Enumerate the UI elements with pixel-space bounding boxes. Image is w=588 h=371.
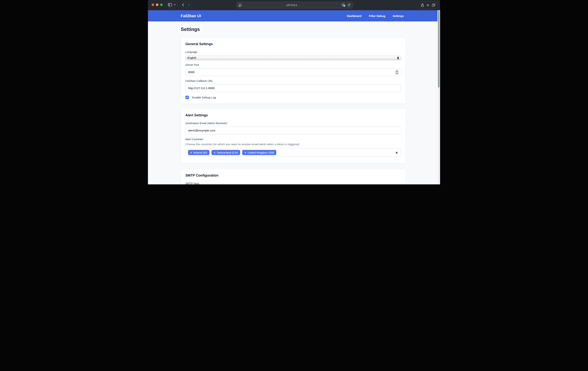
chevron-down-icon[interactable]: [174, 4, 176, 5]
callback-url-input[interactable]: [185, 84, 401, 92]
country-tag-label: Switzerland (CH): [217, 151, 238, 154]
language-select-value: English: [188, 56, 196, 59]
remove-tag-icon[interactable]: ×: [214, 151, 215, 154]
nav-link-settings[interactable]: Settings: [393, 14, 404, 18]
page-title: Settings: [181, 26, 440, 32]
alert-countries-help: Choose the countries for which you want …: [185, 143, 401, 146]
destination-email-label: Destination Email (Alerts Receiver): [185, 122, 401, 125]
callback-url-label: Fail2ban Callback URL: [185, 79, 401, 82]
window-actions-group: [418, 1, 438, 9]
language-label: Language: [185, 51, 401, 54]
alert-countries-label: Alert Countries: [185, 138, 401, 141]
nav-links: Dashboard Filter Debug Settings: [347, 14, 404, 18]
select-arrows-icon: [397, 56, 399, 60]
page-settings-icon[interactable]: [239, 4, 242, 7]
zoom-window-button[interactable]: [160, 3, 163, 6]
close-window-button[interactable]: [152, 3, 154, 6]
country-tag[interactable]: ×Switzerland (CH): [211, 150, 240, 155]
country-tag-label: United Kingdom (GB): [248, 151, 274, 154]
scrollbar-track[interactable]: [438, 10, 440, 184]
minimize-window-button[interactable]: [156, 3, 158, 6]
country-tag[interactable]: ×United Kingdom (GB): [242, 150, 276, 155]
remove-tag-icon[interactable]: ×: [244, 151, 246, 154]
alert-settings-title: Alert Settings: [185, 113, 401, 117]
server-port-input[interactable]: [185, 68, 401, 76]
country-tag-label: Ireland (IE): [193, 151, 207, 154]
app-brand[interactable]: Fail2ban UI: [181, 14, 201, 18]
general-settings-title: General Settings: [185, 42, 401, 46]
address-bar-actions: A x: [342, 3, 350, 7]
country-tags: ×Ireland (IE)×Switzerland (CH)×United Ki…: [188, 150, 276, 155]
address-bar[interactable]: 127.0.0.1 A x: [236, 2, 353, 9]
debug-log-row: Enable Debug Log: [185, 96, 401, 99]
nav-link-dashboard[interactable]: Dashboard: [347, 14, 361, 18]
smtp-host-label: SMTP Host: [185, 182, 401, 184]
translate-icon[interactable]: A x: [342, 3, 345, 7]
nav-link-filter-debug[interactable]: Filter Debug: [369, 14, 385, 18]
browser-chrome: 127.0.0.1 A x: [148, 0, 440, 10]
back-button[interactable]: [180, 3, 186, 6]
browser-window: 127.0.0.1 A x: [148, 0, 440, 184]
sidebar-toggle-group[interactable]: [166, 2, 178, 8]
language-select[interactable]: English: [185, 55, 401, 60]
scrollbar-thumb[interactable]: [438, 11, 440, 87]
page-content: Settings General Settings Language Engli…: [148, 26, 440, 184]
svg-text:x: x: [344, 5, 345, 7]
history-nav-group: [180, 2, 192, 8]
reload-icon[interactable]: [347, 3, 350, 7]
remove-tag-icon[interactable]: ×: [190, 151, 192, 154]
app-navbar: Fail2ban UI Dashboard Filter Debug Setti…: [148, 10, 440, 22]
settings-container: General Settings Language English Server…: [181, 37, 406, 184]
share-icon[interactable]: [421, 3, 424, 7]
smtp-configuration-title: SMTP Configuration: [185, 173, 401, 177]
alert-settings-card: Alert Settings Destination Email (Alerts…: [181, 109, 406, 164]
new-tab-icon[interactable]: [426, 4, 429, 7]
clear-all-icon[interactable]: ×: [396, 151, 398, 154]
server-port-label: Server Port: [185, 63, 401, 66]
alert-countries-field[interactable]: ×Ireland (IE)×Switzerland (CH)×United Ki…: [185, 148, 401, 157]
country-tag[interactable]: ×Ireland (IE): [188, 150, 210, 155]
tab-overview-icon[interactable]: [432, 3, 435, 7]
forward-button[interactable]: [186, 3, 192, 6]
destination-email-input[interactable]: [185, 127, 401, 134]
debug-log-label[interactable]: Enable Debug Log: [192, 96, 216, 99]
debug-log-checkbox[interactable]: [185, 96, 189, 99]
url-text[interactable]: 127.0.0.1: [242, 4, 342, 7]
smtp-configuration-card: SMTP Configuration SMTP Host: [181, 169, 406, 184]
sidebar-icon[interactable]: [168, 3, 172, 6]
traffic-lights: [152, 3, 163, 6]
number-stepper[interactable]: [395, 69, 399, 75]
general-settings-card: General Settings Language English Server…: [181, 37, 406, 104]
